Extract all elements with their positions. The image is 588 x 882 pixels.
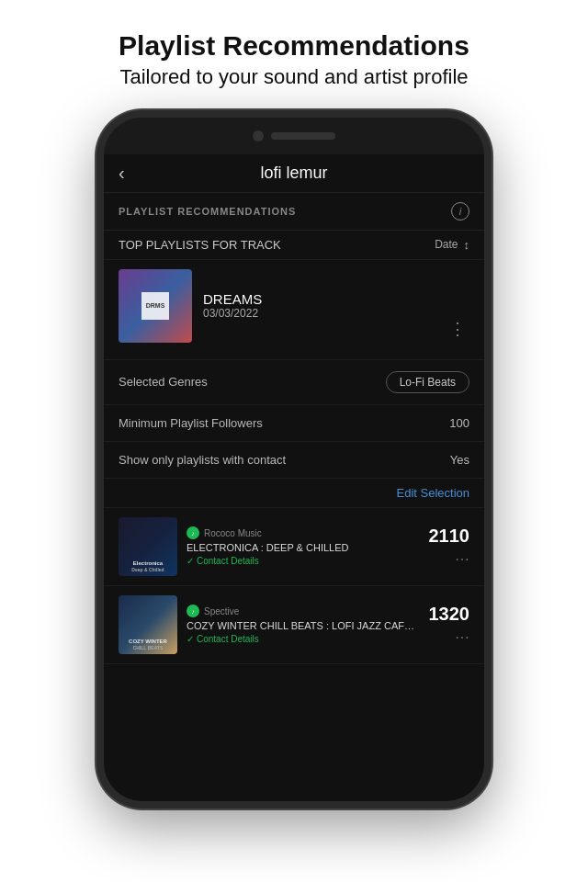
playlist-item[interactable]: ElectronicaDeep & Chilled ♪ Rococo Music… [104, 508, 484, 586]
playlist-name: ELECTRONICA : DEEP & CHILLED [187, 541, 420, 554]
track-album-inner-text: DRMS [141, 292, 169, 320]
contact-label: Show only playlists with contact [119, 453, 286, 467]
track-filter-row: TOP PLAYLISTS FOR TRACK Date ↕ [104, 231, 484, 260]
track-card: DRMS DREAMS 03/03/2022 ⋮ [104, 260, 484, 360]
edit-row: Edit Selection [104, 479, 484, 508]
playlist-thumbnail: ElectronicaDeep & Chilled [119, 517, 177, 576]
genre-row: Selected Genres Lo-Fi Beats [104, 360, 484, 405]
section-header: PLAYLIST RECOMMENDATIONS i [104, 193, 484, 231]
phone-notch [104, 118, 484, 154]
playlist-more-button[interactable]: ⋯ [455, 628, 469, 646]
provider-name: Spective [204, 606, 239, 616]
section-title: PLAYLIST RECOMMENDATIONS [119, 206, 296, 217]
info-icon[interactable]: i [451, 202, 469, 220]
contact-badge: ✓Contact Details [187, 634, 420, 644]
spotify-icon: ♪ [187, 526, 199, 539]
playlist-followers: 1320 [429, 604, 470, 625]
followers-value: 100 [449, 416, 469, 430]
contact-badge: ✓Contact Details [187, 556, 420, 566]
back-button[interactable]: ‹ [119, 163, 125, 184]
contact-check-icon: ✓ [187, 556, 194, 566]
followers-row: Minimum Playlist Followers 100 [104, 405, 484, 442]
header-title: Playlist Recommendations [119, 28, 469, 63]
spotify-icon: ♪ [187, 605, 199, 617]
header-section: Playlist Recommendations Tailored to you… [82, 0, 506, 110]
track-filter-label: TOP PLAYLISTS FOR TRACK [119, 238, 281, 252]
app-title: lofi lemur [260, 164, 327, 183]
genre-label: Selected Genres [119, 375, 208, 389]
sort-arrows-icon[interactable]: ↕ [464, 238, 470, 252]
playlist-provider: ♪ Rococo Music [187, 526, 420, 539]
sort-controls[interactable]: Date ↕ [435, 238, 469, 252]
genre-badge[interactable]: Lo-Fi Beats [386, 371, 469, 393]
track-card-main: DRMS DREAMS 03/03/2022 ⋮ [104, 260, 484, 352]
phone-speaker [271, 132, 335, 140]
track-album-art: DRMS [119, 269, 192, 343]
contact-check-icon: ✓ [187, 634, 194, 644]
track-info: DREAMS 03/03/2022 [203, 291, 435, 320]
playlist-thumbnail: COZY WINTERCHILL BEATS [119, 595, 177, 654]
track-date: 03/03/2022 [203, 307, 435, 320]
playlist-thumb-label: ElectronicaDeep & Chilled [122, 560, 174, 572]
page-background: Playlist Recommendations Tailored to you… [0, 0, 588, 882]
playlist-list: ElectronicaDeep & Chilled ♪ Rococo Music… [104, 508, 484, 664]
app-screen: ‹ lofi lemur PLAYLIST RECOMMENDATIONS i … [104, 154, 484, 801]
app-header: ‹ lofi lemur [104, 154, 484, 193]
playlist-right: 1320 ⋯ [429, 604, 470, 646]
settings-section: Selected Genres Lo-Fi Beats Minimum Play… [104, 360, 484, 479]
playlist-followers: 2110 [429, 526, 470, 547]
sort-label: Date [435, 238, 458, 251]
phone-frame: ‹ lofi lemur PLAYLIST RECOMMENDATIONS i … [96, 110, 492, 808]
playlist-content: ♪ Spective COZY WINTER CHILL BEATS : LOF… [187, 605, 420, 644]
contact-row: Show only playlists with contact Yes [104, 442, 484, 479]
track-name: DREAMS [203, 291, 435, 307]
playlist-name: COZY WINTER CHILL BEATS : LOFI JAZZ CAFE… [187, 619, 420, 632]
playlist-content: ♪ Rococo Music ELECTRONICA : DEEP & CHIL… [187, 526, 420, 566]
playlist-more-button[interactable]: ⋯ [455, 550, 469, 568]
provider-name: Rococo Music [204, 528, 262, 538]
playlist-right: 2110 ⋯ [429, 526, 470, 568]
edit-selection-button[interactable]: Edit Selection [397, 486, 470, 500]
header-subtitle: Tailored to your sound and artist profil… [119, 63, 469, 92]
playlist-provider: ♪ Spective [187, 605, 420, 617]
phone-camera [253, 130, 264, 141]
track-menu-button[interactable]: ⋮ [446, 315, 469, 343]
contact-value: Yes [450, 453, 469, 467]
playlist-item[interactable]: COZY WINTERCHILL BEATS ♪ Spective COZY W… [104, 586, 484, 664]
playlist-thumb-label: COZY WINTERCHILL BEATS [122, 639, 174, 650]
followers-label: Minimum Playlist Followers [119, 416, 263, 430]
